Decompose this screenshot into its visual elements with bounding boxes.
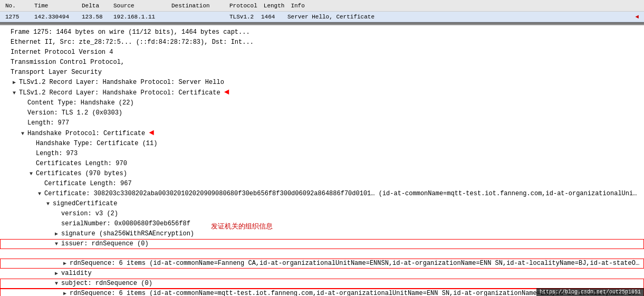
- url-text: https://blog.csdn.net/out25p1051: [540, 289, 641, 295]
- line-text-20: signature (sha256WithRSAEncryption): [61, 230, 194, 237]
- line-text-16: Certificate: 308203c3308202aba0030201020…: [44, 190, 644, 197]
- red-arrow-10: ◄: [149, 128, 154, 138]
- detail-line-20[interactable]: ▶signature (sha256WithRSAEncryption): [0, 229, 644, 239]
- col-header-info: Info: [287, 3, 642, 9]
- line-text-22: rdnSequence: 6 items (id-at-commonName=F…: [70, 260, 644, 267]
- packet-row-1275[interactable]: 1275 142.330494 123.58 192.168.1.11 TLSv…: [0, 12, 644, 22]
- wireshark-window: No. Time Delta Source Destination Protoc…: [0, 0, 644, 296]
- detail-line-18: version: v3 (2): [0, 209, 644, 219]
- packet-list-header: No. Time Delta Source Destination Protoc…: [0, 0, 644, 12]
- line-text-24: subject: rdnSequence (0): [61, 280, 152, 287]
- detail-line-24[interactable]: ▼subject: rdnSequence (0): [0, 279, 644, 289]
- red-arrow-6: ◄: [224, 88, 229, 97]
- line-text-11: Handshake Type: Certificate (11): [36, 140, 157, 147]
- detail-line-2: Internet Protocol Version 4: [0, 47, 644, 58]
- line-text-18: version: v3 (2): [61, 210, 118, 217]
- col-header-len: Length: [261, 3, 288, 9]
- packet-time: 142.330494: [31, 14, 79, 20]
- detail-line-14[interactable]: ▼Certificates (970 bytes): [0, 169, 644, 179]
- detail-line-15: Certificate Length: 967: [0, 179, 644, 189]
- line-text-10: Handshake Protocol: Certificate: [27, 130, 145, 137]
- detail-line-6[interactable]: ▼TLSv1.2 Record Layer: Handshake Protoco…: [0, 88, 644, 98]
- detail-line-5[interactable]: ▶TLSv1.2 Record Layer: Handshake Protoco…: [0, 78, 644, 88]
- detail-line-8: Version: TLS 1.2 (0x0303): [0, 108, 644, 118]
- col-header-time: Time: [31, 3, 79, 9]
- line-text-5: TLSv1.2 Record Layer: Handshake Protocol…: [19, 79, 224, 86]
- detail-line-19: serialNumber: 0x0080680f30eb656f8f: [0, 219, 644, 229]
- packet-src: 192.168.1.11: [110, 14, 168, 20]
- detail-line-16[interactable]: ▼Certificate: 308203c3308202aba003020102…: [0, 189, 644, 199]
- detail-line-7: Content Type: Handshake (22): [0, 98, 644, 108]
- detail-panel: Frame 1275: 1464 bytes on wire (11/12 bi…: [0, 24, 644, 296]
- detail-line-13: Certificates Length: 970: [0, 159, 644, 169]
- expand-icon-21: ▼: [55, 240, 61, 249]
- line-text-15: Certificate Length: 967: [44, 180, 132, 187]
- collapse-icon-5: ▶: [13, 78, 19, 87]
- line-text-17: signedCertificate: [53, 200, 117, 207]
- packet-info: Server Hello, Certificate: [284, 14, 630, 20]
- detail-line-22[interactable]: ▶rdnSequence: 6 items (id-at-commonName=…: [0, 259, 644, 269]
- col-header-proto: Protocol: [226, 3, 261, 9]
- detail-lines-container: Frame 1275: 1464 bytes on wire (11/12 bi…: [0, 27, 644, 296]
- expand-icon-14: ▼: [30, 169, 36, 178]
- line-text-12: Length: 973: [36, 150, 78, 157]
- expand-icon-10: ▼: [21, 129, 27, 138]
- detail-line-10[interactable]: ▼Handshake Protocol: Certificate ◄: [0, 128, 644, 139]
- detail-line-17[interactable]: ▼signedCertificate: [0, 199, 644, 209]
- line-text-8: Version: TLS 1.2 (0x0303): [27, 109, 122, 117]
- expand-icon-16: ▼: [38, 189, 44, 198]
- bottom-url-bar: https://blog.csdn.net/out25p1051: [536, 288, 644, 296]
- collapse-icon-22: ▶: [63, 259, 70, 268]
- packet-arrow-indicator: ◄: [632, 14, 642, 20]
- packet-num: 1275: [2, 14, 31, 20]
- detail-line-1: Ethernet II, Src: zte_28:72:5... (::fd:8…: [0, 37, 644, 47]
- detail-line-11: Handshake Type: Certificate (11): [0, 139, 644, 149]
- packet-len: 1464: [258, 14, 284, 20]
- detail-line-12: Length: 973: [0, 149, 644, 159]
- detail-line-21[interactable]: ▼issuer: rdnSequence (0): [0, 239, 644, 249]
- col-header-src: Source: [110, 3, 168, 9]
- col-header-dst: Destination: [168, 3, 226, 9]
- line-text-9: Length: 977: [27, 119, 69, 127]
- line-text-6: TLSv1.2 Record Layer: Handshake Protocol…: [19, 89, 220, 97]
- line-text-4: Transport Layer Security: [11, 69, 102, 76]
- line-text-0: Frame 1275: 1464 bytes on wire (11/12 bi…: [11, 28, 250, 36]
- detail-line-0: Frame 1275: 1464 bytes on wire (11/12 bi…: [0, 27, 644, 37]
- expand-icon-17: ▼: [46, 199, 53, 208]
- packet-proto: TLSv1.2: [226, 14, 258, 20]
- expand-icon-6: ▼: [13, 89, 19, 98]
- detail-line-9: Length: 977: [0, 118, 644, 128]
- line-text-7: Content Type: Handshake (22): [27, 99, 134, 107]
- line-text-23: validity: [61, 270, 92, 277]
- detail-line-23[interactable]: ▶validity: [0, 269, 644, 279]
- line-text-13: Certificates Length: 970: [36, 160, 127, 167]
- detail-line-3: Transmission Control Protocol,: [0, 58, 644, 68]
- line-text-3: Transmission Control Protocol,: [11, 59, 124, 66]
- expand-icon-24: ▼: [55, 279, 61, 288]
- col-header-delta: Delta: [79, 3, 110, 9]
- line-text-14: Certificates (970 bytes): [36, 170, 127, 177]
- line-text-2: Internet Protocol Version 4: [11, 49, 113, 56]
- col-header-num: No.: [2, 3, 31, 9]
- packet-delta: 123.58: [79, 14, 110, 20]
- collapse-icon-20: ▶: [55, 230, 61, 238]
- line-text-21: issuer: rdnSequence (0): [61, 240, 149, 247]
- collapse-icon-23: ▶: [55, 269, 61, 278]
- line-text-1: Ethernet II, Src: zte_28:72:5... (::fd:8…: [11, 39, 254, 46]
- collapse-icon-25: ▶: [63, 289, 70, 296]
- line-text-19: serialNumber: 0x0080680f30eb656f8f: [61, 220, 190, 227]
- detail-line-4: Transport Layer Security: [0, 68, 644, 78]
